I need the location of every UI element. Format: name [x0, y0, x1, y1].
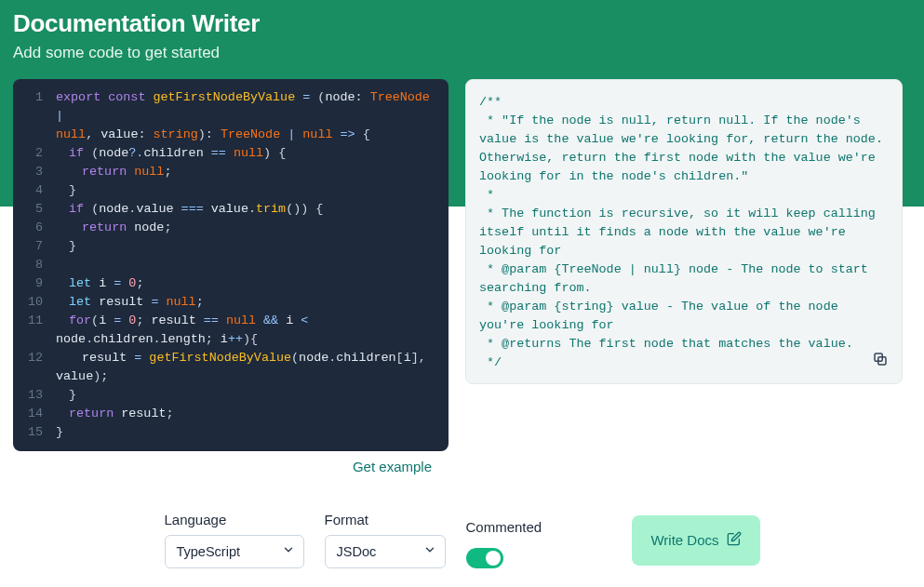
- format-label: Format: [325, 512, 446, 527]
- format-value: JSDoc: [337, 544, 377, 559]
- code-editor[interactable]: 1 export const getFirstNodeByValue = (no…: [13, 79, 449, 451]
- copy-button[interactable]: [868, 350, 892, 374]
- code-line: 13 }: [13, 386, 449, 405]
- line-number: 1: [13, 88, 56, 126]
- line-number: 13: [13, 386, 56, 405]
- code-line-wrap: null, value: string): TreeNode | null =>…: [13, 126, 449, 144]
- line-number: 2: [13, 144, 56, 163]
- page-subtitle: Add some code to get started: [13, 44, 911, 62]
- toggle-knob: [486, 551, 501, 566]
- documentation-text: /** * "If the node is null, return null.…: [479, 93, 889, 372]
- page-title: Documentation Writer: [13, 9, 911, 38]
- get-example-link[interactable]: Get example: [353, 459, 432, 474]
- code-line: 1 export const getFirstNodeByValue = (no…: [13, 88, 449, 126]
- line-number: 8: [13, 256, 56, 274]
- write-docs-label: Write Docs: [650, 532, 718, 548]
- documentation-output: /** * "If the node is null, return null.…: [465, 79, 903, 384]
- edit-icon: [727, 531, 742, 549]
- code-line: 7 }: [13, 237, 449, 256]
- commented-label: Commented: [466, 519, 542, 535]
- line-number: 11: [13, 312, 56, 330]
- line-number: 4: [13, 181, 56, 200]
- code-line: 14 return result;: [13, 405, 449, 423]
- commented-control: Commented: [466, 519, 542, 568]
- code-line: 8: [13, 256, 449, 274]
- code-line: 10 let result = null;: [13, 293, 449, 312]
- code-line: 12 result = getFirstNodeByValue(node.chi…: [13, 349, 449, 367]
- code-line: 3 return null;: [13, 163, 449, 181]
- format-select[interactable]: JSDoc: [325, 535, 446, 568]
- line-number: 14: [13, 405, 56, 423]
- line-number: 12: [13, 349, 56, 367]
- commented-toggle[interactable]: [466, 548, 503, 568]
- format-control: Format JSDoc: [325, 512, 446, 568]
- code-line-wrap: node.children.length; i++){: [13, 330, 449, 349]
- code-line: 2 if (node?.children == null) {: [13, 144, 449, 163]
- line-number: 15: [13, 423, 56, 442]
- copy-icon: [872, 351, 889, 374]
- line-number: 6: [13, 219, 56, 237]
- code-line: 15 }: [13, 423, 449, 442]
- line-number: 7: [13, 237, 56, 256]
- language-value: TypeScript: [177, 544, 241, 559]
- language-control: Language TypeScript: [165, 512, 304, 568]
- line-number: 3: [13, 163, 56, 181]
- code-line: 5 if (node.value === value.trim()) {: [13, 200, 449, 219]
- line-number: 9: [13, 274, 56, 293]
- code-line: 4 }: [13, 181, 449, 200]
- code-line: 11 for(i = 0; result == null && i <: [13, 312, 449, 330]
- line-number: 10: [13, 293, 56, 312]
- language-select[interactable]: TypeScript: [165, 535, 304, 568]
- write-docs-button[interactable]: Write Docs: [632, 515, 759, 566]
- code-line-wrap: value);: [13, 367, 449, 386]
- controls-bar: Language TypeScript Format JSDoc Comment…: [165, 512, 760, 568]
- language-label: Language: [165, 512, 304, 527]
- line-number: 5: [13, 200, 56, 219]
- header: Documentation Writer Add some code to ge…: [0, 0, 924, 62]
- code-line: 6 return node;: [13, 219, 449, 237]
- code-line: 9 let i = 0;: [13, 274, 449, 293]
